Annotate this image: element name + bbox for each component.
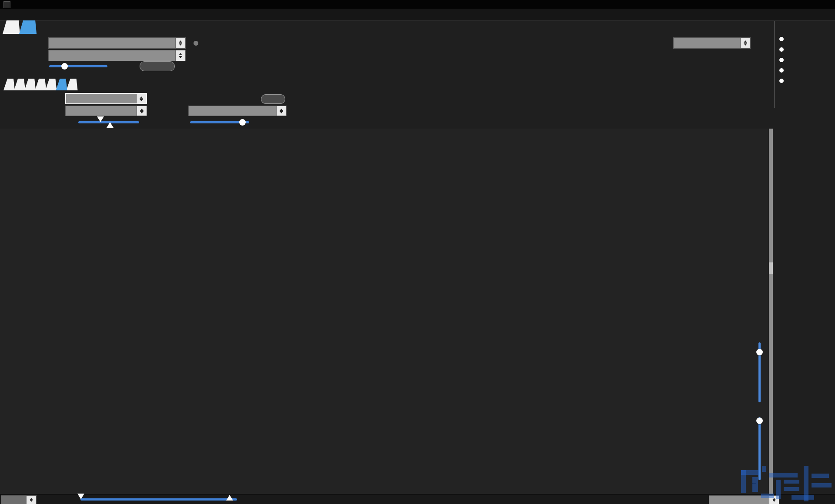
range-span-value bbox=[752, 483, 756, 484]
splitter-handle-icon[interactable] bbox=[769, 262, 773, 274]
range-span-slider[interactable] bbox=[758, 417, 761, 480]
spinner-icon[interactable] bbox=[26, 496, 36, 504]
freq-range-end-handle[interactable] bbox=[226, 495, 233, 501]
freq-range-start-handle[interactable] bbox=[77, 494, 84, 499]
app-window bbox=[0, 0, 835, 504]
bottom-bar bbox=[0, 494, 835, 504]
gain-range-slider-thumb[interactable] bbox=[756, 349, 763, 355]
smoothing-dropdown[interactable] bbox=[1, 495, 37, 504]
legend-position-dropdown[interactable] bbox=[709, 495, 779, 504]
panel-splitter[interactable] bbox=[769, 129, 773, 504]
range-span-slider-thumb[interactable] bbox=[756, 418, 763, 424]
freq-range-slider[interactable] bbox=[80, 498, 237, 501]
distortion-chart bbox=[0, 0, 835, 504]
spinner-icon[interactable] bbox=[769, 496, 779, 504]
